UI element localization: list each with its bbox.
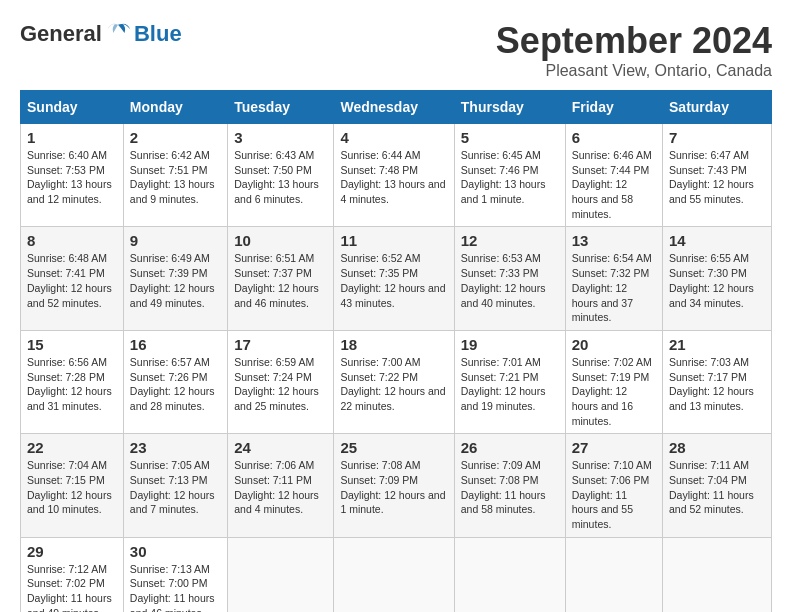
- day-info: Sunrise: 7:00 AMSunset: 7:22 PMDaylight:…: [340, 356, 445, 412]
- day-number: 14: [669, 232, 765, 249]
- day-number: 12: [461, 232, 559, 249]
- day-number: 3: [234, 129, 327, 146]
- weekday-header-wednesday: Wednesday: [334, 91, 454, 124]
- day-info: Sunrise: 6:42 AMSunset: 7:51 PMDaylight:…: [130, 149, 215, 205]
- day-number: 25: [340, 439, 447, 456]
- day-info: Sunrise: 7:06 AMSunset: 7:11 PMDaylight:…: [234, 459, 319, 515]
- calendar-cell: 4 Sunrise: 6:44 AMSunset: 7:48 PMDayligh…: [334, 124, 454, 227]
- weekday-header-tuesday: Tuesday: [228, 91, 334, 124]
- day-info: Sunrise: 7:09 AMSunset: 7:08 PMDaylight:…: [461, 459, 546, 515]
- day-info: Sunrise: 6:55 AMSunset: 7:30 PMDaylight:…: [669, 252, 754, 308]
- calendar-cell: 18 Sunrise: 7:00 AMSunset: 7:22 PMDaylig…: [334, 330, 454, 433]
- day-info: Sunrise: 7:12 AMSunset: 7:02 PMDaylight:…: [27, 563, 112, 612]
- day-info: Sunrise: 6:57 AMSunset: 7:26 PMDaylight:…: [130, 356, 215, 412]
- day-number: 1: [27, 129, 117, 146]
- calendar-cell: 11 Sunrise: 6:52 AMSunset: 7:35 PMDaylig…: [334, 227, 454, 330]
- calendar-week-row: 22 Sunrise: 7:04 AMSunset: 7:15 PMDaylig…: [21, 434, 772, 537]
- calendar-cell: 1 Sunrise: 6:40 AMSunset: 7:53 PMDayligh…: [21, 124, 124, 227]
- calendar-table: SundayMondayTuesdayWednesdayThursdayFrid…: [20, 90, 772, 612]
- day-info: Sunrise: 6:44 AMSunset: 7:48 PMDaylight:…: [340, 149, 445, 205]
- day-number: 10: [234, 232, 327, 249]
- calendar-cell: 9 Sunrise: 6:49 AMSunset: 7:39 PMDayligh…: [123, 227, 227, 330]
- day-info: Sunrise: 6:56 AMSunset: 7:28 PMDaylight:…: [27, 356, 112, 412]
- day-info: Sunrise: 6:59 AMSunset: 7:24 PMDaylight:…: [234, 356, 319, 412]
- day-info: Sunrise: 6:49 AMSunset: 7:39 PMDaylight:…: [130, 252, 215, 308]
- weekday-header-row: SundayMondayTuesdayWednesdayThursdayFrid…: [21, 91, 772, 124]
- day-info: Sunrise: 6:51 AMSunset: 7:37 PMDaylight:…: [234, 252, 319, 308]
- calendar-cell: 2 Sunrise: 6:42 AMSunset: 7:51 PMDayligh…: [123, 124, 227, 227]
- day-info: Sunrise: 7:13 AMSunset: 7:00 PMDaylight:…: [130, 563, 215, 612]
- day-number: 18: [340, 336, 447, 353]
- calendar-cell: [565, 537, 662, 612]
- day-number: 28: [669, 439, 765, 456]
- weekday-header-friday: Friday: [565, 91, 662, 124]
- calendar-cell: 25 Sunrise: 7:08 AMSunset: 7:09 PMDaylig…: [334, 434, 454, 537]
- calendar-cell: 15 Sunrise: 6:56 AMSunset: 7:28 PMDaylig…: [21, 330, 124, 433]
- day-info: Sunrise: 6:40 AMSunset: 7:53 PMDaylight:…: [27, 149, 112, 205]
- day-number: 16: [130, 336, 221, 353]
- calendar-cell: 24 Sunrise: 7:06 AMSunset: 7:11 PMDaylig…: [228, 434, 334, 537]
- calendar-cell: [454, 537, 565, 612]
- day-number: 19: [461, 336, 559, 353]
- logo: General Blue: [20, 20, 182, 48]
- month-title: September 2024: [496, 20, 772, 62]
- day-number: 7: [669, 129, 765, 146]
- day-info: Sunrise: 7:02 AMSunset: 7:19 PMDaylight:…: [572, 356, 652, 427]
- day-info: Sunrise: 6:47 AMSunset: 7:43 PMDaylight:…: [669, 149, 754, 205]
- day-number: 11: [340, 232, 447, 249]
- day-number: 5: [461, 129, 559, 146]
- calendar-cell: [228, 537, 334, 612]
- day-number: 20: [572, 336, 656, 353]
- calendar-week-row: 1 Sunrise: 6:40 AMSunset: 7:53 PMDayligh…: [21, 124, 772, 227]
- weekday-header-thursday: Thursday: [454, 91, 565, 124]
- day-number: 15: [27, 336, 117, 353]
- day-info: Sunrise: 7:03 AMSunset: 7:17 PMDaylight:…: [669, 356, 754, 412]
- day-number: 29: [27, 543, 117, 560]
- day-info: Sunrise: 7:04 AMSunset: 7:15 PMDaylight:…: [27, 459, 112, 515]
- day-number: 4: [340, 129, 447, 146]
- weekday-header-monday: Monday: [123, 91, 227, 124]
- logo-icon: [104, 20, 132, 48]
- calendar-cell: 21 Sunrise: 7:03 AMSunset: 7:17 PMDaylig…: [663, 330, 772, 433]
- page-header: General Blue September 2024 Pleasant Vie…: [20, 20, 772, 80]
- calendar-cell: 30 Sunrise: 7:13 AMSunset: 7:00 PMDaylig…: [123, 537, 227, 612]
- calendar-cell: 20 Sunrise: 7:02 AMSunset: 7:19 PMDaylig…: [565, 330, 662, 433]
- calendar-cell: 16 Sunrise: 6:57 AMSunset: 7:26 PMDaylig…: [123, 330, 227, 433]
- calendar-cell: 5 Sunrise: 6:45 AMSunset: 7:46 PMDayligh…: [454, 124, 565, 227]
- day-info: Sunrise: 7:01 AMSunset: 7:21 PMDaylight:…: [461, 356, 546, 412]
- weekday-header-sunday: Sunday: [21, 91, 124, 124]
- day-number: 24: [234, 439, 327, 456]
- calendar-week-row: 8 Sunrise: 6:48 AMSunset: 7:41 PMDayligh…: [21, 227, 772, 330]
- day-number: 21: [669, 336, 765, 353]
- logo-blue: Blue: [134, 21, 182, 47]
- calendar-cell: 8 Sunrise: 6:48 AMSunset: 7:41 PMDayligh…: [21, 227, 124, 330]
- calendar-cell: 12 Sunrise: 6:53 AMSunset: 7:33 PMDaylig…: [454, 227, 565, 330]
- day-number: 17: [234, 336, 327, 353]
- day-number: 27: [572, 439, 656, 456]
- day-info: Sunrise: 7:05 AMSunset: 7:13 PMDaylight:…: [130, 459, 215, 515]
- day-number: 30: [130, 543, 221, 560]
- day-number: 2: [130, 129, 221, 146]
- calendar-cell: 13 Sunrise: 6:54 AMSunset: 7:32 PMDaylig…: [565, 227, 662, 330]
- day-info: Sunrise: 7:08 AMSunset: 7:09 PMDaylight:…: [340, 459, 445, 515]
- calendar-cell: [334, 537, 454, 612]
- calendar-week-row: 15 Sunrise: 6:56 AMSunset: 7:28 PMDaylig…: [21, 330, 772, 433]
- day-info: Sunrise: 6:52 AMSunset: 7:35 PMDaylight:…: [340, 252, 445, 308]
- location-title: Pleasant View, Ontario, Canada: [496, 62, 772, 80]
- calendar-cell: [663, 537, 772, 612]
- calendar-cell: 7 Sunrise: 6:47 AMSunset: 7:43 PMDayligh…: [663, 124, 772, 227]
- day-info: Sunrise: 6:48 AMSunset: 7:41 PMDaylight:…: [27, 252, 112, 308]
- logo-general: General: [20, 21, 102, 47]
- calendar-cell: 22 Sunrise: 7:04 AMSunset: 7:15 PMDaylig…: [21, 434, 124, 537]
- calendar-cell: 6 Sunrise: 6:46 AMSunset: 7:44 PMDayligh…: [565, 124, 662, 227]
- calendar-cell: 27 Sunrise: 7:10 AMSunset: 7:06 PMDaylig…: [565, 434, 662, 537]
- day-info: Sunrise: 7:10 AMSunset: 7:06 PMDaylight:…: [572, 459, 652, 530]
- calendar-cell: 28 Sunrise: 7:11 AMSunset: 7:04 PMDaylig…: [663, 434, 772, 537]
- calendar-cell: 10 Sunrise: 6:51 AMSunset: 7:37 PMDaylig…: [228, 227, 334, 330]
- weekday-header-saturday: Saturday: [663, 91, 772, 124]
- day-number: 13: [572, 232, 656, 249]
- day-info: Sunrise: 6:45 AMSunset: 7:46 PMDaylight:…: [461, 149, 546, 205]
- calendar-cell: 23 Sunrise: 7:05 AMSunset: 7:13 PMDaylig…: [123, 434, 227, 537]
- day-number: 26: [461, 439, 559, 456]
- calendar-cell: 17 Sunrise: 6:59 AMSunset: 7:24 PMDaylig…: [228, 330, 334, 433]
